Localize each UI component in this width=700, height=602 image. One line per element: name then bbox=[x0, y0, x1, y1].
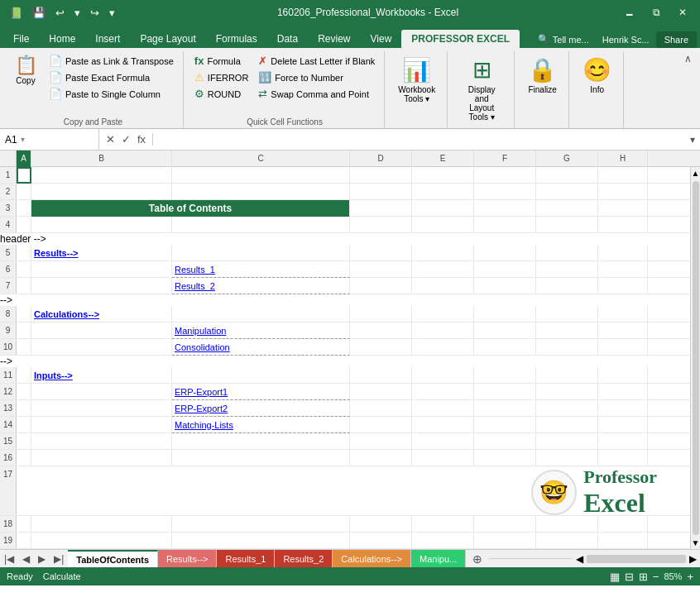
page-layout-view-btn[interactable]: ⊟ bbox=[625, 571, 634, 583]
round-btn[interactable]: ⚙ ROUND bbox=[190, 86, 253, 102]
tell-me[interactable]: 🔍 Tell me... bbox=[531, 31, 596, 48]
cell-b15[interactable] bbox=[31, 433, 172, 450]
cell-h4[interactable] bbox=[598, 217, 648, 233]
cell-f13[interactable] bbox=[474, 400, 536, 417]
col-header-e[interactable]: E bbox=[412, 150, 474, 167]
cell-e18[interactable] bbox=[412, 516, 474, 533]
swap-comma-btn[interactable]: ⇄ Swap Comma and Point bbox=[254, 86, 379, 102]
cell-d4[interactable] bbox=[350, 217, 412, 233]
copy-button[interactable]: 📋 Copy bbox=[8, 53, 43, 88]
cell-c18[interactable] bbox=[172, 516, 350, 533]
cell-e15[interactable] bbox=[412, 433, 474, 450]
cell-calc-header[interactable]: Calculations--> bbox=[31, 306, 172, 322]
force-to-number-btn[interactable]: 🔢 Force to Number bbox=[254, 69, 379, 85]
page-break-view-btn[interactable]: ⊞ bbox=[639, 571, 648, 583]
cell-b13[interactable] bbox=[31, 400, 172, 417]
name-box-dropdown[interactable]: ▾ bbox=[21, 135, 25, 144]
zoom-out-btn[interactable]: − bbox=[653, 571, 659, 583]
tab-page-layout[interactable]: Page Layout bbox=[130, 30, 205, 48]
sheet-next-btn[interactable]: ▶ bbox=[34, 550, 50, 567]
cell-d6[interactable] bbox=[350, 261, 412, 278]
cell-d16[interactable] bbox=[350, 450, 412, 466]
normal-view-btn[interactable]: ▦ bbox=[610, 571, 620, 583]
paste-link-transpose-btn[interactable]: 📄 Paste as Link & Transpose bbox=[45, 53, 178, 69]
cell-c4[interactable] bbox=[172, 217, 350, 233]
formula-input[interactable] bbox=[153, 134, 685, 146]
cell-g8[interactable] bbox=[536, 306, 598, 322]
cell-a1[interactable] bbox=[17, 167, 31, 184]
cell-h8[interactable] bbox=[598, 306, 648, 322]
cell-results2[interactable]: Results_2 bbox=[172, 278, 350, 294]
cell-h9[interactable] bbox=[598, 322, 648, 339]
cell-h16[interactable] bbox=[598, 450, 648, 466]
cell-f4[interactable] bbox=[474, 217, 536, 233]
cell-d3[interactable] bbox=[350, 200, 412, 217]
tab-professor-excel[interactable]: PROFESSOR EXCEL bbox=[401, 30, 520, 48]
cell-h13[interactable] bbox=[598, 400, 648, 417]
formula-confirm-btn[interactable]: ✓ bbox=[120, 133, 132, 146]
cell-g11[interactable] bbox=[536, 367, 598, 384]
tab-formulas[interactable]: Formulas bbox=[206, 30, 267, 48]
sheet-tab-manipulation[interactable]: Manipu... bbox=[411, 550, 466, 567]
cell-e13[interactable] bbox=[412, 400, 474, 417]
cell-g10[interactable] bbox=[536, 339, 598, 356]
cell-e14[interactable] bbox=[412, 417, 474, 433]
cell-toc[interactable]: Table of Contents bbox=[31, 200, 350, 217]
cell-h10[interactable] bbox=[598, 339, 648, 356]
close-btn[interactable]: ✕ bbox=[672, 5, 693, 20]
paste-exact-formula-btn[interactable]: 📄 Paste Exact Formula bbox=[45, 69, 178, 85]
cell-f18[interactable] bbox=[474, 516, 536, 533]
cell-b9[interactable] bbox=[31, 322, 172, 339]
cell-g15[interactable] bbox=[536, 433, 598, 450]
redo-btn[interactable]: ↪ bbox=[88, 6, 102, 20]
cell-d7[interactable] bbox=[350, 278, 412, 294]
cell-d18[interactable] bbox=[350, 516, 412, 533]
cell-e3[interactable] bbox=[412, 200, 474, 217]
cell-f8[interactable] bbox=[474, 306, 536, 322]
ribbon-collapse-btn[interactable]: ∧ bbox=[679, 51, 697, 66]
cell-g1[interactable] bbox=[536, 167, 598, 184]
cell-d12[interactable] bbox=[350, 384, 412, 400]
name-box[interactable]: A1 ▾ bbox=[0, 129, 99, 150]
cell-e1[interactable] bbox=[412, 167, 474, 184]
cell-inputs-header[interactable]: Inputs--> bbox=[31, 367, 172, 384]
undo-btn[interactable]: ↩ bbox=[53, 6, 67, 20]
cell-b14[interactable] bbox=[31, 417, 172, 433]
cell-h5[interactable] bbox=[598, 245, 648, 261]
cell-d14[interactable] bbox=[350, 417, 412, 433]
cell-h14[interactable] bbox=[598, 417, 648, 433]
cell-g18[interactable] bbox=[536, 516, 598, 533]
customize-qat[interactable]: ▾ bbox=[107, 6, 117, 20]
cell-a16[interactable] bbox=[17, 450, 31, 466]
cell-f16[interactable] bbox=[474, 450, 536, 466]
cell-f19[interactable] bbox=[474, 533, 536, 549]
horizontal-scroll-right[interactable]: ▶ bbox=[686, 553, 700, 565]
minimize-btn[interactable]: 🗕 bbox=[618, 5, 641, 20]
cell-f14[interactable] bbox=[474, 417, 536, 433]
col-header-d[interactable]: D bbox=[350, 150, 412, 167]
cell-g13[interactable] bbox=[536, 400, 598, 417]
workbook-tools-btn[interactable]: 📊 WorkbookTools ▾ bbox=[391, 53, 442, 107]
sheet-tab-results1[interactable]: Results_1 bbox=[217, 550, 275, 567]
cell-h2[interactable] bbox=[598, 184, 648, 200]
col-header-b[interactable]: B bbox=[31, 150, 172, 167]
cell-erp-export1[interactable]: ERP-Export1 bbox=[172, 384, 350, 400]
cell-h18[interactable] bbox=[598, 516, 648, 533]
cell-e16[interactable] bbox=[412, 450, 474, 466]
cell-d19[interactable] bbox=[350, 533, 412, 549]
sheet-tab-results2[interactable]: Results_2 bbox=[275, 550, 333, 567]
sheet-last-btn[interactable]: ▶| bbox=[50, 550, 68, 567]
col-header-f[interactable]: F bbox=[474, 150, 536, 167]
cell-c5[interactable] bbox=[172, 245, 350, 261]
cell-a11[interactable] bbox=[17, 367, 31, 384]
cell-f11[interactable] bbox=[474, 367, 536, 384]
cell-f6[interactable] bbox=[474, 261, 536, 278]
cell-g16[interactable] bbox=[536, 450, 598, 466]
cell-h12[interactable] bbox=[598, 384, 648, 400]
cell-c19[interactable] bbox=[172, 533, 350, 549]
cell-f3[interactable] bbox=[474, 200, 536, 217]
formula-cancel-btn[interactable]: ✕ bbox=[104, 133, 117, 146]
cell-f5[interactable] bbox=[474, 245, 536, 261]
cell-d8[interactable] bbox=[350, 306, 412, 322]
cell-b12[interactable] bbox=[31, 384, 172, 400]
